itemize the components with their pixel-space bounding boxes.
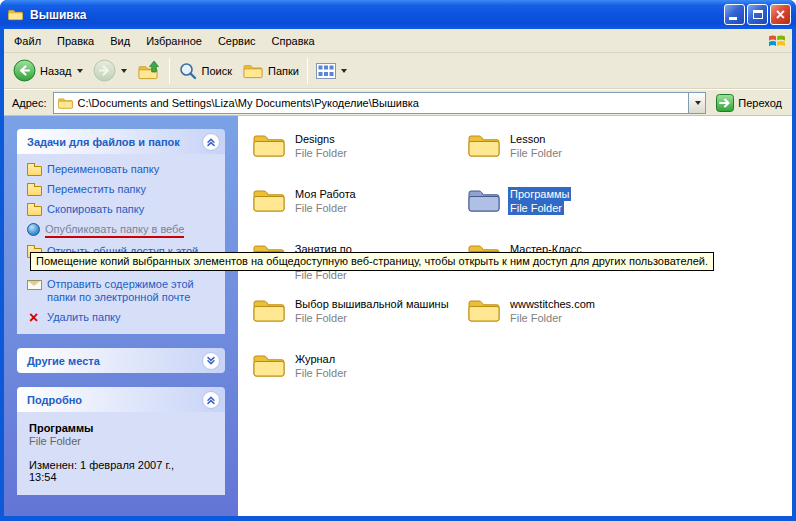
window-folder-icon: [7, 7, 24, 22]
folders-button[interactable]: Папки: [237, 59, 304, 83]
folder-tile[interactable]: Выбор вышивальной машины File Folder: [251, 295, 456, 331]
minimize-button[interactable]: [724, 4, 745, 25]
task-link[interactable]: Удалить папку: [27, 311, 219, 324]
up-folder-icon: [137, 60, 161, 82]
file-tasks-body: Переименовать папку Переместить папку: [17, 154, 225, 334]
window-body: ФайлПравкаВидИзбранноеСервисСправка Наза…: [4, 29, 792, 516]
email-folder-icon: [27, 280, 42, 290]
details-title: Подробно: [27, 394, 82, 406]
folder-icon: [251, 295, 287, 325]
forward-button[interactable]: [88, 56, 132, 85]
task-list: Переименовать папку Переместить папку: [27, 163, 219, 324]
folder-type: File Folder: [508, 201, 564, 215]
menu-item[interactable]: Правка: [49, 31, 102, 51]
title-bar[interactable]: Вышивка: [0, 0, 796, 29]
folder-tile[interactable]: wwwstitches.com File Folder: [466, 295, 671, 331]
task-link[interactable]: Переместить папку: [27, 183, 219, 196]
folder-tile-text: Lesson File Folder: [508, 130, 564, 160]
folder-type: File Folder: [293, 311, 349, 325]
folder-tile[interactable]: Программы File Folder: [466, 185, 671, 221]
address-path: C:\Documents and Settings\Liza\My Docume…: [78, 97, 685, 109]
folder-type: File Folder: [293, 201, 349, 215]
caption-buttons: [724, 4, 791, 25]
chevron-up-icon: [206, 137, 216, 147]
folder-tile-text: Designs File Folder: [293, 130, 349, 160]
menu-bar: ФайлПравкаВидИзбранноеСервисСправка: [4, 29, 792, 53]
folder-type: File Folder: [293, 366, 349, 380]
menu-item[interactable]: Сервис: [210, 31, 264, 51]
file-tasks-panel: Задачи для файлов и папок: [17, 129, 225, 334]
close-button[interactable]: [770, 4, 791, 25]
views-button[interactable]: [311, 60, 352, 82]
windows-logo-icon: [768, 33, 786, 49]
maximize-icon: [753, 10, 763, 19]
maximize-button[interactable]: [747, 4, 768, 25]
task-link[interactable]: Отправить содержимое этой папки по элект…: [27, 278, 219, 304]
details-header[interactable]: Подробно: [17, 387, 225, 412]
menu-item[interactable]: Избранное: [138, 31, 210, 51]
folder-name: wwwstitches.com: [508, 297, 597, 311]
folders-icon: [242, 62, 264, 80]
details-modified: Изменен: 1 февраля 2007 г., 13:54: [29, 459, 194, 483]
search-icon: [178, 61, 198, 81]
address-dropdown-button[interactable]: [688, 93, 705, 113]
task-label: Скопировать папку: [47, 203, 144, 216]
task-link[interactable]: Скопировать папку: [27, 203, 219, 216]
folder-tile[interactable]: Designs File Folder: [251, 130, 456, 166]
collapse-chevron-button[interactable]: [202, 391, 220, 409]
close-icon: [776, 6, 785, 24]
back-dropdown-arrow-icon[interactable]: [77, 69, 83, 73]
folder-tile-text: Выбор вышивальной машины File Folder: [293, 295, 451, 325]
folder-tile[interactable]: Lesson File Folder: [466, 130, 671, 166]
search-button[interactable]: Поиск: [173, 58, 237, 84]
other-places-header[interactable]: Другие места: [17, 348, 225, 373]
folder-grid: Designs File Folder Lesson: [238, 116, 792, 386]
views-dropdown-arrow-icon[interactable]: [341, 69, 347, 73]
menu-item[interactable]: Вид: [102, 31, 138, 51]
other-places-panel: Другие места: [17, 348, 225, 373]
folder-tile-text: wwwstitches.com File Folder: [508, 295, 597, 325]
folder-icon: [466, 295, 502, 325]
go-icon: [716, 94, 734, 112]
expand-chevron-button[interactable]: [202, 352, 220, 370]
main-area: Задачи для файлов и папок: [4, 116, 792, 516]
toolbar-separator: [169, 58, 170, 84]
folder-type: File Folder: [508, 146, 564, 160]
folder-icon: [251, 185, 287, 215]
folder-tile[interactable]: Журнал File Folder: [251, 350, 456, 386]
folder-icon: [251, 130, 287, 160]
chevron-up-icon: [206, 395, 216, 405]
details-panel: Подробно Программы File Folder Изменен: …: [17, 387, 225, 495]
address-bar: Адрес: C:\Documents and Settings\Liza\My…: [4, 89, 792, 116]
collapse-chevron-button[interactable]: [202, 133, 220, 151]
task-pane: Задачи для файлов и папок: [4, 116, 238, 516]
chevron-down-icon: [206, 356, 216, 366]
folder-tile-text: Журнал File Folder: [293, 350, 349, 380]
minimize-icon: [729, 17, 737, 20]
folder-tile[interactable]: Моя Работа File Folder: [251, 185, 456, 221]
folder-icon: [466, 185, 502, 215]
menu-item[interactable]: Справка: [264, 31, 323, 51]
other-places-title: Другие места: [27, 355, 100, 367]
forward-dropdown-arrow-icon[interactable]: [121, 69, 127, 73]
menu-items: ФайлПравкаВидИзбранноеСервисСправка: [6, 31, 768, 51]
task-link[interactable]: Опубликовать папку в вебе: [27, 223, 219, 238]
menu-item[interactable]: Файл: [6, 31, 49, 51]
task-label: Отправить содержимое этой папки по элект…: [47, 278, 217, 304]
dropdown-arrow-icon: [695, 101, 701, 105]
back-button[interactable]: Назад: [8, 56, 88, 85]
folder-name: Журнал: [293, 352, 337, 366]
file-tasks-header[interactable]: Задачи для файлов и папок: [17, 129, 225, 154]
up-button[interactable]: [132, 57, 166, 85]
address-input[interactable]: C:\Documents and Settings\Liza\My Docume…: [53, 92, 707, 114]
folder-tile-text: Программы File Folder: [508, 185, 571, 215]
task-label: Опубликовать папку в вебе: [45, 223, 184, 238]
views-icon: [316, 63, 336, 79]
delete-folder-icon: [27, 311, 42, 324]
back-label: Назад: [40, 65, 72, 77]
go-button[interactable]: Переход: [712, 94, 786, 112]
toolbar: Назад: [4, 53, 792, 89]
back-icon: [13, 59, 36, 82]
task-link[interactable]: Переименовать папку: [27, 163, 219, 176]
folder-name: Lesson: [508, 132, 547, 146]
